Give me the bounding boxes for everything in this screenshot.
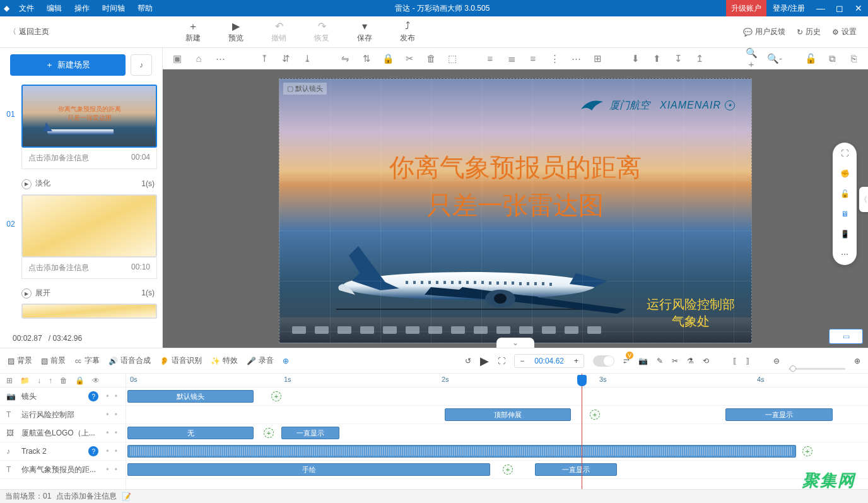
menu-operate[interactable]: 操作 xyxy=(68,3,96,14)
redo-button[interactable]: ↷恢复 xyxy=(300,20,343,44)
marker-in-icon[interactable]: ⟦ xyxy=(733,357,737,365)
time-minus[interactable]: − xyxy=(515,355,529,367)
effects-tab[interactable]: ✨特效 xyxy=(211,355,238,366)
desktop-view-icon[interactable]: 🖥 xyxy=(841,210,848,218)
add-keyframe-icon[interactable]: + xyxy=(590,410,600,420)
align-middle-icon[interactable]: ⇵ xyxy=(280,53,291,64)
scene-item[interactable]: 02 点击添加备注信息00:10 xyxy=(5,194,157,279)
history-button[interactable]: ↻历史 xyxy=(797,27,821,37)
note-edit-icon[interactable]: 📝 xyxy=(122,492,131,501)
more-tools-icon[interactable]: ⋯ xyxy=(841,250,848,259)
paste-icon[interactable]: ⎘ xyxy=(848,53,859,64)
close-icon[interactable]: ✕ xyxy=(849,3,868,13)
status-note[interactable]: 点击添加备注信息 xyxy=(56,491,117,502)
add-keyframe-icon[interactable]: + xyxy=(271,391,281,401)
track-camera[interactable]: 📷镜头?• • xyxy=(0,388,126,406)
focus-icon[interactable]: ⬚ xyxy=(447,53,458,64)
bring-front-icon[interactable]: ⬆ xyxy=(651,53,662,64)
current-time-value[interactable]: 00:04.62 xyxy=(529,355,569,367)
rewind-icon[interactable]: ↺ xyxy=(465,357,471,365)
more-icon[interactable]: ⊕ xyxy=(283,357,289,365)
zoom-in-icon[interactable]: 🔍+ xyxy=(746,48,757,69)
add-track-icon[interactable]: ⊞ xyxy=(6,376,13,385)
lock-view-icon[interactable]: 🔓 xyxy=(840,189,850,198)
canvas-stage[interactable]: ▢默认镜头 厦门航空 XIAMENAIR ✦ 你离气象预报员的距离 只差一张雷达… xyxy=(279,78,752,343)
keyframe-in-icon[interactable]: ⥂ xyxy=(623,357,630,365)
visibility-icon[interactable]: 👁 xyxy=(92,376,100,385)
playhead[interactable] xyxy=(582,374,582,489)
background-tab[interactable]: ▨背景 xyxy=(8,355,32,366)
logo-clip[interactable]: 无 xyxy=(127,427,254,439)
move-down-icon[interactable]: ↓ xyxy=(37,376,41,385)
lock-icon[interactable]: 🔒 xyxy=(382,53,394,64)
flip-v-icon[interactable]: ⇅ xyxy=(361,53,372,64)
layer-down-icon[interactable]: ↧ xyxy=(672,53,684,64)
feedback-button[interactable]: 💬用户反馈 xyxy=(743,27,785,37)
right-panel-toggle[interactable]: 〈 xyxy=(859,187,868,212)
play-timeline-icon[interactable]: ▶ xyxy=(480,354,489,368)
add-keyframe-icon[interactable]: + xyxy=(503,465,513,475)
timeline-ruler[interactable]: 0s 1s 2s 3s 4s xyxy=(126,374,868,388)
filter-icon[interactable]: ⚗ xyxy=(687,357,694,365)
distribute-v-icon[interactable]: ⋯ xyxy=(570,53,582,64)
ellipsis-icon[interactable]: ⋯ xyxy=(214,53,226,64)
move-up-icon[interactable]: ↑ xyxy=(49,376,52,385)
publish-button[interactable]: ⤴发布 xyxy=(386,20,429,44)
align-bottom-icon[interactable]: ⤓ xyxy=(302,53,313,64)
new-scene-button[interactable]: ＋新建场景 xyxy=(10,54,126,76)
record-tab[interactable]: 🎤录音 xyxy=(247,355,274,366)
align-center-icon[interactable]: ≣ xyxy=(506,53,517,64)
upgrade-account-button[interactable]: 升级账户 xyxy=(726,0,766,16)
copy-icon[interactable]: ⧉ xyxy=(826,53,838,64)
align-left-icon[interactable]: ≡ xyxy=(484,53,496,64)
text-clip[interactable]: 一直显示 xyxy=(535,463,617,476)
track-audio[interactable]: ♪Track 2?• • xyxy=(0,442,126,461)
play-small-icon[interactable]: ▶ xyxy=(21,288,32,299)
login-register-button[interactable]: 登录/注册 xyxy=(766,3,811,14)
transition-name[interactable]: 淡化 xyxy=(35,179,50,187)
menu-file[interactable]: 文件 xyxy=(13,3,40,14)
layer-up-icon[interactable]: ↥ xyxy=(694,53,705,64)
crop-icon[interactable]: ✂ xyxy=(404,53,415,64)
zoom-timeline-in-icon[interactable]: ⊕ xyxy=(854,357,860,365)
back-home-button[interactable]: 〈返回主页 xyxy=(0,27,58,37)
save-button[interactable]: ▾保存 xyxy=(343,20,386,44)
play-small-icon[interactable]: ▶ xyxy=(21,179,32,189)
music-button[interactable]: ♪ xyxy=(131,54,152,76)
subtitle-tab[interactable]: ㏄字幕 xyxy=(74,355,100,366)
link-icon[interactable]: ⟲ xyxy=(703,357,709,365)
align-tool-icon[interactable]: ▣ xyxy=(172,53,183,64)
new-button[interactable]: ＋新建 xyxy=(172,20,214,44)
transition-name[interactable]: 展开 xyxy=(35,288,50,297)
delete-icon[interactable]: 🗑 xyxy=(425,53,437,64)
text-clip[interactable]: 一直显示 xyxy=(725,408,833,421)
scene-item[interactable] xyxy=(5,304,157,329)
track-text2[interactable]: T你离气象预报员的距...• • xyxy=(0,461,126,479)
zoom-timeline-out-icon[interactable]: ⊖ xyxy=(773,357,780,365)
scene-item[interactable]: 01 你离气象预报员的距离只差一张雷达图 点击添加备注信息00:04 xyxy=(5,85,157,169)
collapse-canvas-icon[interactable]: ⌄ xyxy=(496,338,534,348)
scene-thumbnail[interactable]: 你离气象预报员的距离只差一张雷达图 xyxy=(21,85,157,148)
settings-button[interactable]: ⚙设置 xyxy=(832,27,857,37)
send-back-icon[interactable]: ⬇ xyxy=(630,53,641,64)
scene-note[interactable]: 点击添加备注信息 xyxy=(28,153,89,163)
scene-thumbnail[interactable] xyxy=(21,304,157,319)
marker-out-icon[interactable]: ⟧ xyxy=(746,357,749,365)
help-icon[interactable]: ? xyxy=(88,446,98,456)
text-clip[interactable]: 顶部伸展 xyxy=(445,408,571,421)
audio-clip[interactable] xyxy=(127,445,796,458)
fullscreen-icon[interactable]: ⛶ xyxy=(498,357,505,365)
help-icon[interactable]: ? xyxy=(88,391,98,401)
home-icon[interactable]: ⌂ xyxy=(193,53,204,64)
menu-help[interactable]: 帮助 xyxy=(131,3,159,14)
scene-thumbnail[interactable] xyxy=(21,194,157,257)
foreground-tab[interactable]: ▧前景 xyxy=(41,355,66,366)
align-top-icon[interactable]: ⤒ xyxy=(259,53,270,64)
snap-toggle[interactable] xyxy=(593,355,614,367)
folder-icon[interactable]: 📁 xyxy=(20,376,30,385)
preview-button[interactable]: ▶预览 xyxy=(214,20,257,44)
add-keyframe-icon[interactable]: + xyxy=(802,446,812,456)
add-keyframe-icon[interactable]: + xyxy=(264,428,274,438)
maximize-icon[interactable]: ◻ xyxy=(830,3,849,13)
logo-clip[interactable]: 一直显示 xyxy=(281,427,339,439)
